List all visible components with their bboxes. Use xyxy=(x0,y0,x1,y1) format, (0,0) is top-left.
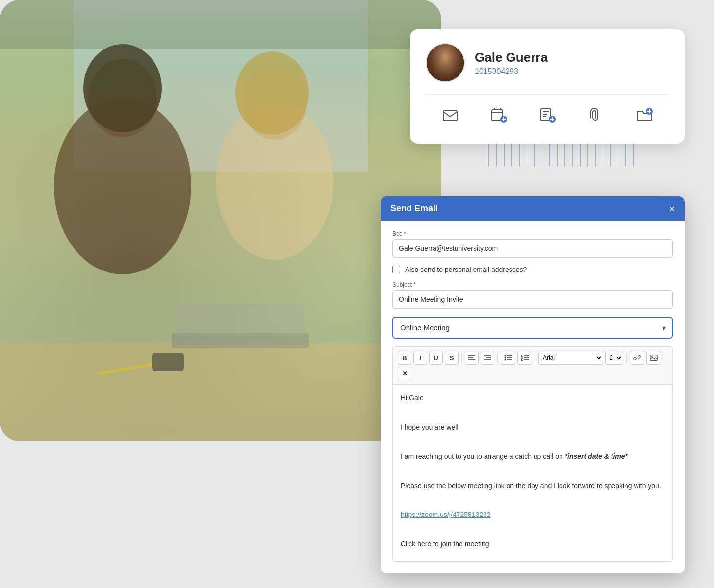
toolbar-separator-1 xyxy=(461,353,462,363)
email-line-blank4 xyxy=(401,495,664,507)
numbered-list-icon: 1. 2. 3. xyxy=(521,355,529,361)
template-dropdown-group: Online Meeting In-Person Meeting Phone C… xyxy=(392,317,673,339)
bcc-group: Bcc * xyxy=(392,230,673,258)
personal-email-checkbox-row: Also send to personal email addresses? xyxy=(392,266,673,273)
align-left-button[interactable] xyxy=(465,351,479,365)
font-select[interactable]: Arial Times New Roman Courier xyxy=(538,351,603,365)
image-icon xyxy=(650,354,658,361)
bullet-list-icon xyxy=(504,355,512,361)
svg-point-42 xyxy=(505,359,506,361)
bcc-label: Bcc * xyxy=(392,230,673,237)
image-button[interactable] xyxy=(646,351,661,365)
modal-overlay: Send Email × Bcc * Also send to personal… xyxy=(0,0,714,588)
svg-rect-50 xyxy=(650,355,657,361)
send-email-modal: Send Email × Bcc * Also send to personal… xyxy=(381,196,685,573)
subject-label: Subject * xyxy=(392,281,673,288)
font-size-select[interactable]: 1 2 3 4 xyxy=(605,351,623,365)
template-dropdown[interactable]: Online Meeting In-Person Meeting Phone C… xyxy=(392,317,673,339)
modal-title: Send Email xyxy=(390,203,438,214)
svg-point-38 xyxy=(505,355,506,357)
email-line-blank3 xyxy=(401,466,664,477)
email-editor-body[interactable]: Hi Gale I hope you are well I am reachin… xyxy=(392,384,673,562)
email-line-blank2 xyxy=(401,436,664,448)
bcc-input[interactable] xyxy=(392,239,673,258)
link-button[interactable] xyxy=(630,351,644,365)
italic-button[interactable]: I xyxy=(413,351,427,365)
numbered-list-button[interactable]: 1. 2. 3. xyxy=(517,351,532,365)
email-line-hope: I hope you are well xyxy=(401,422,664,434)
email-line-greeting: Hi Gale xyxy=(401,392,664,404)
email-line-click-here: Click here to join the meeting xyxy=(401,539,664,550)
email-line-blank1 xyxy=(401,407,664,419)
link-icon xyxy=(633,355,641,361)
subject-group: Subject * xyxy=(392,281,673,309)
bullet-list-button[interactable] xyxy=(501,351,515,365)
modal-body: Bcc * Also send to personal email addres… xyxy=(381,220,685,573)
subject-input[interactable] xyxy=(392,290,673,309)
align-left-icon xyxy=(468,355,475,361)
underline-button[interactable]: U xyxy=(429,351,443,365)
date-time-placeholder: *insert date & time* xyxy=(565,452,628,460)
clear-format-button[interactable]: ✕ xyxy=(398,367,411,380)
email-line-meeting-link: Please use the below meeting link on the… xyxy=(401,480,664,492)
personal-email-checkbox[interactable] xyxy=(392,266,400,273)
close-button[interactable]: × xyxy=(669,204,675,214)
email-line-zoom-link: https://zoom.us/j/4725813232 xyxy=(401,509,664,521)
strikethrough-button[interactable]: S xyxy=(445,351,459,365)
align-right-button[interactable] xyxy=(481,351,494,365)
email-line-reaching-out: I am reaching out to you to arrange a ca… xyxy=(401,451,664,463)
zoom-link[interactable]: https://zoom.us/j/4725813232 xyxy=(401,511,491,518)
toolbar-separator-2 xyxy=(497,353,498,363)
svg-text:3.: 3. xyxy=(521,358,523,361)
modal-header: Send Email × xyxy=(381,196,685,220)
toolbar-separator-3 xyxy=(535,353,536,363)
editor-toolbar: B I U S xyxy=(392,346,673,384)
toolbar-separator-4 xyxy=(626,353,627,363)
bold-button[interactable]: B xyxy=(398,351,411,365)
svg-point-40 xyxy=(505,357,506,359)
email-line-blank5 xyxy=(401,524,664,536)
align-right-icon xyxy=(484,355,491,361)
personal-email-label: Also send to personal email addresses? xyxy=(405,266,527,273)
